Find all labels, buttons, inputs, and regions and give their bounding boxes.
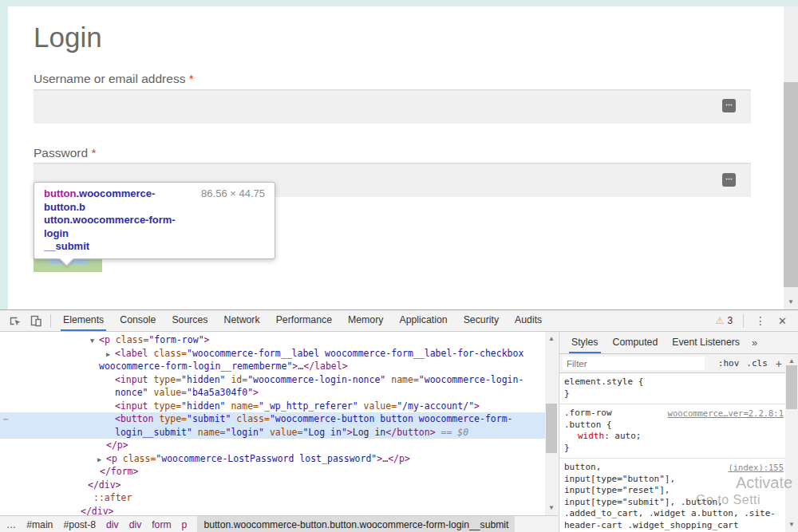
device-toolbar-icon[interactable] [26, 310, 46, 331]
page-background-border-left [0, 6, 8, 309]
stylesheet-source-link[interactable]: woocommerce…ver=2.2.8:1 [668, 408, 784, 420]
rule-selector: element.style { [564, 376, 782, 388]
toolbar-separator [743, 314, 744, 328]
elements-tree-node[interactable]: <input type="hidden" id="woocommerce-log… [0, 373, 545, 387]
rule-selector: header-cart .widget_shopping_cart [564, 520, 782, 532]
rule-property[interactable]: width: auto; [564, 431, 782, 443]
rule-close-brace: } [564, 443, 782, 455]
page-scrollbar-thumb[interactable] [784, 82, 798, 287]
devtools-tabs: ElementsConsoleSourcesNetworkPerformance… [55, 310, 550, 331]
elements-tree-node[interactable]: ▶<label class="woocommerce-form__label w… [0, 347, 545, 361]
styles-sidebar: StylesComputedEvent Listeners» :hov .cls… [559, 332, 798, 532]
rule-selector: input[type="button"], [564, 474, 782, 486]
breadcrumb-item[interactable]: div [106, 519, 119, 530]
scroll-up-icon[interactable]: ▲ [545, 333, 558, 345]
stylesheet-source-link[interactable]: (index):155 [728, 462, 784, 474]
elements-tree-node[interactable]: ▼<p class="form-row"> [0, 333, 545, 347]
more-tabs-icon[interactable]: » [752, 337, 757, 349]
inspect-tooltip: button.woocommerce-button.b utton.woocom… [34, 182, 275, 259]
elements-tree-node[interactable]: nonce" value="b4a5a304f0"> [0, 386, 545, 400]
elements-tree-selected-node[interactable]: <button type="submit" class="woocommerce… [0, 412, 545, 426]
password-manager-icon[interactable] [722, 99, 736, 112]
scroll-down-icon[interactable]: ▼ [545, 502, 558, 514]
styles-scrollbar[interactable]: ▲ ▼ [785, 354, 798, 532]
devtools-tab-audits[interactable]: Audits [507, 310, 550, 331]
elements-tree-node[interactable]: </div> [0, 479, 545, 492]
username-label: Username or email address * [34, 72, 194, 86]
styles-filter-bar: :hov .cls + [559, 354, 798, 373]
scroll-down-icon[interactable]: ▼ [784, 297, 798, 308]
devtools-toolbar-right: ⚠ 3 ⋮ ✕ [716, 314, 798, 328]
style-rule[interactable]: (index):155button,input[type="button"],i… [559, 459, 785, 532]
breadcrumb: …#main#post-8divdivformpbutton.woocommer… [0, 515, 558, 532]
styles-toggles: :hov .cls [711, 358, 768, 368]
elements-tree[interactable]: ▼<p class="form-row">▶<label class="wooc… [0, 332, 545, 515]
devtools-toolbar: ElementsConsoleSourcesNetworkPerformance… [0, 310, 798, 332]
devtools-menu-icon[interactable]: ⋮ [755, 314, 766, 327]
webpage-viewport: Login Username or email address * Passwo… [0, 0, 798, 309]
expand-arrow-icon[interactable]: ▶ [97, 453, 106, 467]
devtools-tab-memory[interactable]: Memory [340, 310, 391, 331]
elements-tree-node[interactable]: <input type="hidden" name="_wp_http_refe… [0, 400, 545, 413]
rule-selector: .added_to_cart, .widget a.button, .site- [564, 508, 782, 520]
styles-tab-event-listeners[interactable]: Event Listeners [665, 332, 747, 353]
devtools-panel: ElementsConsoleSourcesNetworkPerformance… [0, 309, 798, 532]
expand-arrow-icon[interactable]: ▶ [106, 348, 115, 361]
styles-filter-input[interactable] [563, 357, 705, 370]
breadcrumb-item[interactable]: #main [26, 519, 53, 530]
elements-tree-node[interactable]: ::after [0, 491, 545, 505]
devtools-main: ▼<p class="form-row">▶<label class="wooc… [0, 332, 798, 532]
elements-tree-node[interactable]: </p> [0, 439, 545, 452]
collapse-arrow-icon[interactable]: ▼ [90, 334, 99, 348]
devtools-tab-console[interactable]: Console [112, 310, 164, 331]
breadcrumb-item[interactable]: #post-8 [63, 519, 96, 530]
password-manager-icon[interactable] [722, 173, 736, 187]
devtools-tab-elements[interactable]: Elements [55, 310, 112, 331]
rule-selector: .button { [564, 420, 782, 432]
devtools-tab-application[interactable]: Application [391, 310, 455, 331]
devtools-tab-sources[interactable]: Sources [164, 310, 215, 331]
elements-tree-node[interactable]: </form> [0, 465, 545, 479]
elements-tree-node[interactable]: ▶<p class="woocommerce-LostPassword lost… [0, 452, 545, 466]
rule-selector: input[type="reset"], [564, 485, 782, 497]
styles-tab-computed[interactable]: Computed [606, 332, 666, 353]
page-title: Login [34, 22, 102, 53]
rule-close-brace: } [564, 388, 782, 400]
breadcrumb-item-selected[interactable]: button.woocommerce-button.button.woocomm… [197, 516, 515, 532]
warning-icon[interactable]: ⚠ [716, 315, 725, 326]
class-toggle[interactable]: .cls [746, 358, 768, 368]
style-rule[interactable]: element.style {} [559, 373, 785, 404]
toolbar-separator [50, 314, 51, 328]
elements-tree-selected-node[interactable]: login__submit" name="login" value="Log i… [0, 426, 545, 439]
inspect-tooltip-selector: button.woocommerce-button.b utton.woocom… [44, 187, 196, 254]
page-scrollbar[interactable]: ▼ [784, 6, 798, 309]
devtools-tab-security[interactable]: Security [456, 310, 507, 331]
elements-scrollbar-thumb[interactable] [546, 404, 557, 453]
breadcrumb-item[interactable]: div [129, 519, 142, 530]
username-input[interactable] [34, 89, 751, 124]
warning-count[interactable]: 3 [727, 315, 733, 326]
more-actions-icon[interactable]: ⋯ [3, 414, 9, 424]
rule-selector: input[type="submit"], .button, [564, 497, 782, 509]
devtools-close-icon[interactable]: ✕ [778, 315, 787, 327]
breadcrumb-overflow[interactable]: … [6, 519, 16, 530]
breadcrumb-item[interactable]: form [152, 519, 171, 530]
elements-tree-node[interactable]: woocommerce-form-login__rememberme">…</l… [0, 360, 545, 373]
devtools-tab-performance[interactable]: Performance [268, 310, 340, 331]
new-style-rule-button[interactable]: + [776, 357, 782, 370]
elements-tree-node[interactable]: </div> [0, 505, 545, 516]
elements-scrollbar[interactable]: ▲ ▼ [545, 332, 558, 515]
styles-tab-styles[interactable]: Styles [564, 332, 606, 353]
styles-sidebar-tabs: StylesComputedEvent Listeners» [559, 332, 798, 354]
devtools-tab-network[interactable]: Network [216, 310, 268, 331]
style-rule[interactable]: woocommerce…ver=2.2.8:1.form-row.button … [559, 404, 785, 459]
inspect-element-icon[interactable] [5, 310, 26, 331]
breadcrumb-item[interactable]: p [182, 519, 188, 530]
pseudo-state-toggle[interactable]: :hov [718, 358, 740, 368]
styles-scrollbar-thumb[interactable] [786, 365, 797, 409]
styles-rules-list[interactable]: element.style {}woocommerce…ver=2.2.8:1.… [559, 373, 785, 532]
inspect-tooltip-dimensions: 86.56 × 44.75 [201, 187, 265, 254]
required-asterisk: * [91, 146, 96, 160]
scroll-down-icon[interactable]: ▼ [785, 519, 798, 530]
password-label: Password * [34, 146, 96, 160]
